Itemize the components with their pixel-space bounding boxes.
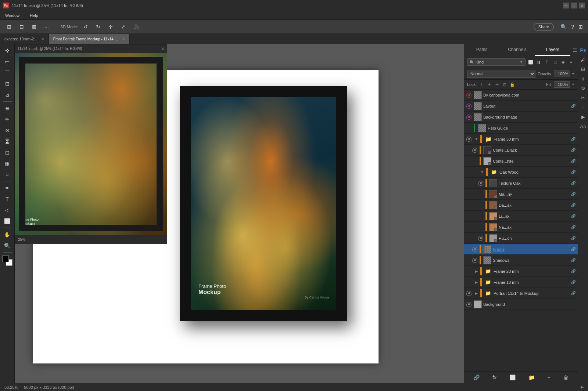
canvas-area[interactable]: 11x14 In.psb @ 25% (11x14 In, RGB/8) ─ ✕…: [15, 44, 464, 383]
font-icon[interactable]: Aa: [579, 122, 588, 131]
layer-item-conte-black[interactable]: S Conte...Black 🔗: [464, 145, 578, 156]
lock-artboard-icon[interactable]: ⊡: [501, 81, 508, 88]
filter-shape-icon[interactable]: ◻: [551, 58, 559, 66]
kind-dropdown-icon[interactable]: ▼: [520, 60, 523, 64]
layer-link-layout[interactable]: 🔗: [570, 103, 576, 109]
opacity-dropdown[interactable]: ▼: [571, 72, 575, 76]
move-tool[interactable]: ✜: [2, 46, 12, 56]
layer-link-hu-on[interactable]: 🔗: [570, 235, 576, 241]
layer-link-li-ak[interactable]: 🔗: [570, 213, 576, 219]
statusbar-arrow[interactable]: ▶: [581, 385, 584, 390]
delete-layer-button[interactable]: 🗑: [562, 373, 570, 382]
lasso-tool[interactable]: ⌒: [2, 68, 12, 78]
filter-smart-icon[interactable]: ◈: [559, 58, 567, 66]
layer-eye-carlosviloria[interactable]: [466, 92, 472, 98]
camera-icon[interactable]: 🎥: [131, 22, 142, 32]
hand-tool[interactable]: ✋: [2, 229, 12, 240]
filter-type-icon[interactable]: T: [543, 58, 551, 66]
layer-eye-frame30mm[interactable]: [466, 136, 472, 142]
blend-mode-select[interactable]: Normal: [467, 70, 535, 78]
layer-item-shadows[interactable]: Shadows 🔗: [464, 255, 578, 266]
layer-eye-conte-black[interactable]: [472, 147, 478, 153]
layer-item-help-guide[interactable]: Help Guide: [464, 123, 578, 134]
layer-eye-portrait-mockup[interactable]: [466, 290, 472, 297]
settings-icon[interactable]: ⚙: [579, 84, 588, 93]
tab-2[interactable]: Front Portrait Frame Mockup - 11x14 In.p…: [49, 34, 130, 44]
layer-eye-conte-white[interactable]: [472, 158, 478, 164]
tab-2-close[interactable]: ✕: [122, 37, 125, 41]
layer-link-frame20mm[interactable]: 🔗: [570, 268, 576, 274]
layer-item-background[interactable]: Background: [464, 299, 578, 310]
more-icon[interactable]: ···: [42, 22, 51, 32]
clone-tool[interactable]: ⊗: [2, 125, 12, 135]
undo-icon[interactable]: ↺: [81, 22, 90, 32]
layer-link-portrait-mockup[interactable]: 🔗: [570, 290, 576, 296]
shape-tool[interactable]: ⬜: [2, 216, 12, 226]
layer-item-frame20mm[interactable]: ▶ 📁 Frame 20 mm 🔗: [464, 266, 578, 277]
layer-link-frame10mm[interactable]: 🔗: [570, 279, 576, 285]
heal-tool[interactable]: ⊕: [2, 103, 12, 113]
layer-item-conte-white[interactable]: S Conte...hite 🔗: [464, 156, 578, 167]
window-controls[interactable]: ─ □ ✕: [563, 3, 585, 8]
history-tool[interactable]: ⌛: [2, 136, 12, 146]
layer-link-texture-oak[interactable]: 🔗: [570, 180, 576, 186]
layer-item-na-ak[interactable]: S Na...ak 🔗: [464, 222, 578, 233]
layer-eye-background[interactable]: [466, 301, 472, 308]
layer-eye-background-image[interactable]: [466, 114, 472, 120]
filter-toggle[interactable]: ●: [567, 58, 575, 66]
layers-search-bar[interactable]: 🔍 Kind ▼: [467, 58, 526, 66]
type-tool[interactable]: T: [2, 194, 12, 204]
layer-link-da-ak[interactable]: 🔗: [570, 202, 576, 208]
layer-item-frame30mm[interactable]: ▼ 📁 Frame 30 mm 🔗: [464, 134, 578, 145]
lock-position-icon[interactable]: ✛: [494, 81, 500, 88]
help-icon[interactable]: ?: [570, 23, 575, 30]
type-right-icon[interactable]: T: [579, 103, 588, 112]
opacity-input[interactable]: [554, 70, 570, 77]
layer-item-da-ak[interactable]: S Da...ak 🔗: [464, 200, 578, 211]
layer-link-conte-white[interactable]: 🔗: [570, 158, 576, 164]
tab-channels[interactable]: Channels: [499, 44, 535, 56]
restore-button[interactable]: □: [571, 3, 577, 8]
layer-eye-da-ak[interactable]: [477, 202, 484, 209]
search-icon[interactable]: 🔍: [560, 23, 567, 30]
brush-adjust-icon[interactable]: 🖌: [579, 55, 588, 64]
layer-eye-frame[interactable]: [472, 246, 478, 253]
layer-item-carlosviloria[interactable]: By carlosviloria.com: [464, 90, 578, 101]
layer-eye-ma-ny[interactable]: [477, 191, 484, 198]
layer-link-conte-black[interactable]: 🔗: [570, 147, 576, 153]
path-tool[interactable]: ◁: [2, 205, 12, 215]
layers-icon-right[interactable]: ⊞: [579, 65, 588, 73]
layer-eye-hu-on[interactable]: [477, 235, 484, 242]
tab-layers[interactable]: Layers: [535, 44, 570, 56]
close-button[interactable]: ✕: [579, 3, 585, 8]
layer-item-layout[interactable]: Layout 🔗: [464, 101, 578, 112]
select-tool[interactable]: ▭: [2, 57, 12, 67]
layer-item-background-image[interactable]: Background Image: [464, 112, 578, 123]
add-mask-button[interactable]: ⬜: [508, 373, 517, 382]
foreground-color-swatch[interactable]: [2, 256, 9, 262]
fill-input[interactable]: [554, 81, 570, 88]
layer-eye-oak-wood[interactable]: [472, 169, 478, 175]
play-icon[interactable]: ▶: [579, 112, 588, 121]
gradient-tool[interactable]: ▦: [2, 158, 12, 169]
layer-expand-frame10mm[interactable]: ▶: [474, 280, 479, 285]
tab-1-close[interactable]: ✕: [41, 37, 44, 41]
move-icon[interactable]: ✛: [106, 22, 115, 32]
layer-eye-na-ak[interactable]: [477, 224, 484, 231]
fill-dropdown[interactable]: ▼: [571, 83, 575, 86]
zoom-tool[interactable]: 🔍: [2, 240, 12, 251]
layer-item-portrait-mockup[interactable]: ▶ 📁 Portrait 11x14 In Mockup 🔗: [464, 288, 578, 299]
layer-expand-frame30mm[interactable]: ▼: [474, 137, 479, 142]
minimize-button[interactable]: ─: [563, 3, 569, 8]
layer-link-shadows[interactable]: 🔗: [570, 257, 576, 263]
layer-item-frame10mm[interactable]: ▶ 📁 Frame 10 mm 🔗: [464, 277, 578, 288]
thumbnail-minimize[interactable]: ─: [156, 46, 159, 51]
info-icon[interactable]: ℹ: [579, 74, 588, 83]
thumbnail-controls[interactable]: ─ ✕: [156, 46, 165, 51]
lock-all-icon[interactable]: 🔒: [509, 81, 516, 88]
layer-eye-li-ak[interactable]: [477, 213, 484, 220]
new-layer-button[interactable]: +: [546, 373, 552, 382]
brush-tool[interactable]: ✏: [2, 114, 12, 124]
align-icon[interactable]: ⊠: [29, 22, 39, 32]
layer-item-oak-wood[interactable]: ▼ 📁 Oak Wood 🔗: [464, 167, 578, 178]
